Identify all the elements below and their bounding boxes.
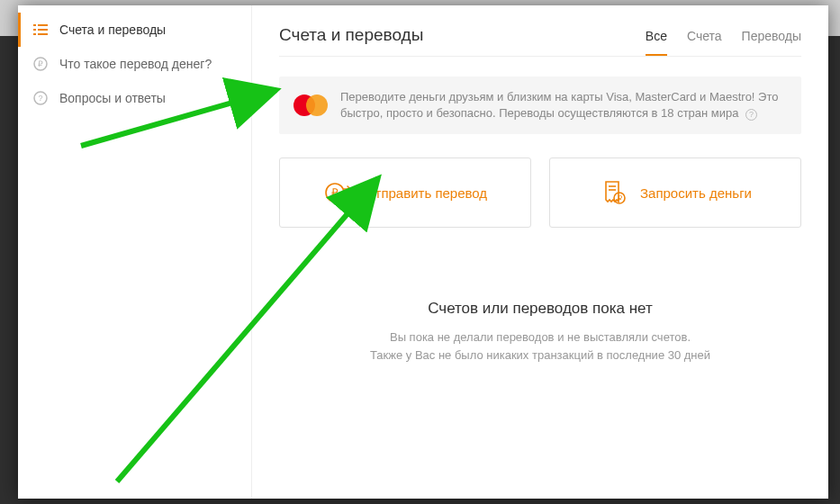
main-header: Счета и переводы Все Счета Переводы bbox=[279, 25, 801, 57]
svg-text:₽: ₽ bbox=[38, 59, 43, 68]
tab-all[interactable]: Все bbox=[646, 29, 667, 56]
info-banner: Переводите деньги друзьям и близким на к… bbox=[279, 76, 801, 134]
tab-transfers[interactable]: Переводы bbox=[742, 29, 801, 56]
request-receipt-icon: ₽ bbox=[599, 178, 628, 207]
request-label: Запросить деньги bbox=[640, 185, 752, 201]
empty-subtitle: Вы пока не делали переводов и не выставл… bbox=[279, 328, 801, 364]
help-icon[interactable]: ? bbox=[745, 109, 757, 121]
send-ruble-icon: ₽ bbox=[323, 178, 352, 207]
sidebar: Счета и переводы ₽ Что такое перевод ден… bbox=[18, 5, 252, 499]
request-money-button[interactable]: ₽ Запросить деньги bbox=[549, 158, 801, 228]
svg-rect-2 bbox=[33, 29, 36, 31]
sidebar-item-label: Счета и переводы bbox=[59, 22, 166, 37]
sidebar-item-what-is-transfer[interactable]: ₽ Что такое перевод денег? bbox=[18, 47, 251, 81]
page-title: Счета и переводы bbox=[279, 25, 423, 56]
tabs: Все Счета Переводы bbox=[646, 29, 801, 56]
tab-accounts[interactable]: Счета bbox=[687, 29, 722, 56]
sidebar-item-accounts[interactable]: Счета и переводы bbox=[18, 13, 251, 47]
banner-text: Переводите деньги друзьям и близким на к… bbox=[340, 89, 787, 122]
sidebar-item-label: Что такое перевод денег? bbox=[59, 57, 212, 71]
svg-text:?: ? bbox=[38, 94, 42, 103]
send-transfer-button[interactable]: ₽ Отправить перевод bbox=[279, 158, 531, 228]
sidebar-item-faq[interactable]: ? Вопросы и ответы bbox=[18, 81, 251, 115]
svg-rect-5 bbox=[38, 33, 48, 35]
ruble-circle-icon: ₽ bbox=[32, 56, 49, 72]
action-cards: ₽ Отправить перевод ₽ Запросить д bbox=[279, 158, 801, 228]
svg-text:₽: ₽ bbox=[618, 194, 622, 202]
modal-dialog: Счета и переводы ₽ Что такое перевод ден… bbox=[18, 5, 828, 499]
sidebar-item-label: Вопросы и ответы bbox=[59, 91, 166, 105]
mastercard-icon bbox=[294, 94, 328, 116]
svg-rect-3 bbox=[38, 29, 48, 31]
send-label: Отправить перевод bbox=[365, 185, 487, 201]
svg-rect-0 bbox=[33, 24, 36, 26]
question-circle-icon: ? bbox=[32, 90, 49, 106]
svg-rect-4 bbox=[33, 33, 36, 35]
svg-text:₽: ₽ bbox=[331, 186, 339, 199]
main-content: Счета и переводы Все Счета Переводы Пере… bbox=[252, 5, 828, 499]
list-icon bbox=[32, 22, 49, 38]
svg-rect-1 bbox=[38, 24, 48, 26]
empty-state: Счетов или переводов пока нет Вы пока не… bbox=[279, 300, 801, 364]
empty-title: Счетов или переводов пока нет bbox=[279, 300, 801, 318]
